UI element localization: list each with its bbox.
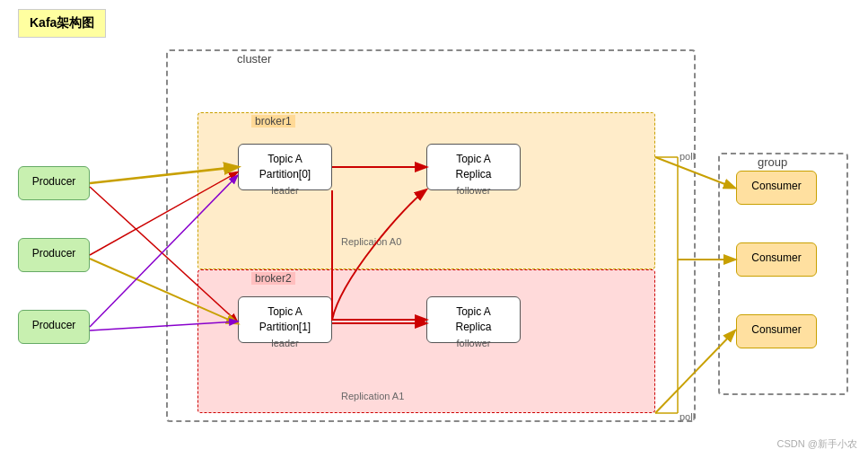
poll-label-1: poll <box>679 151 695 162</box>
producer-1: Producer <box>18 166 90 200</box>
cluster-label: cluster <box>233 52 275 66</box>
replication-a1-label: Replication A1 <box>341 391 404 401</box>
topic-a-partition1: Topic A Partition[1] leader <box>238 296 332 343</box>
title-note: Kafa架构图 <box>18 9 106 38</box>
broker2-label: broker2 <box>251 272 295 285</box>
broker1-label: broker1 <box>251 115 295 128</box>
watermark: CSDN @新手小农 <box>777 437 857 451</box>
consumer-2: Consumer <box>736 242 817 277</box>
producer-3: Producer <box>18 310 90 344</box>
poll-label-2: poll <box>679 411 695 422</box>
diagram-container: Kafa架构图 cluster group broker1 broker2 Pr… <box>0 0 868 458</box>
group-label: group <box>754 155 791 169</box>
producer-2: Producer <box>18 238 90 272</box>
topic-a-partition0: Topic A Partition[0] leader <box>238 144 332 190</box>
topic-a-replica1: Topic A Replica follower <box>426 296 521 343</box>
consumer-1: Consumer <box>736 171 817 205</box>
topic-a-replica0: Topic A Replica follower <box>426 144 521 190</box>
consumer-3: Consumer <box>736 314 817 348</box>
replication-a0-label: Replicaion A0 <box>341 236 401 247</box>
